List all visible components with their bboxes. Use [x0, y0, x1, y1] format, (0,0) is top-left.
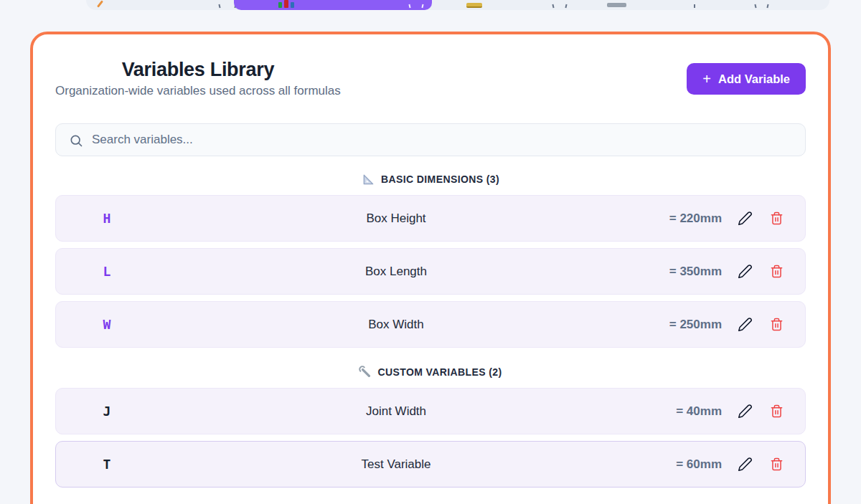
- pencil-icon: [738, 211, 753, 226]
- variable-value: = 250mm: [653, 318, 722, 332]
- add-variable-label: Add Variable: [718, 72, 790, 86]
- variable-row-w[interactable]: W Box Width = 250mm: [55, 301, 806, 348]
- variable-row-h[interactable]: H Box Height = 220mm: [55, 195, 806, 242]
- tray-icon[interactable]: [607, 3, 626, 7]
- trash-icon: [770, 211, 784, 225]
- wrench-icon: [359, 366, 372, 379]
- trash-icon: [770, 318, 784, 331]
- edit-variable-button[interactable]: [735, 401, 756, 422]
- variable-name: Box Height: [139, 211, 653, 226]
- tab-active-variables[interactable]: [234, 0, 432, 10]
- basic-dimensions-list: H Box Height = 220mm L Box Length = 350m…: [55, 195, 806, 348]
- variable-name: Box Width: [139, 318, 653, 332]
- variable-symbol: W: [75, 317, 139, 332]
- variables-library-panel: Variables Library Organization-wide vari…: [30, 32, 831, 504]
- variable-row-t[interactable]: T Test Variable = 60mm: [55, 441, 806, 488]
- section-title: BASIC DIMENSIONS (3): [381, 172, 499, 186]
- page-subtitle: Organization-wide variables used across …: [55, 84, 341, 98]
- variable-symbol: L: [75, 264, 139, 279]
- tab-bar: [86, 0, 829, 10]
- variable-name: Test Variable: [139, 457, 653, 472]
- edit-variable-button[interactable]: [735, 261, 756, 282]
- panel-header: Variables Library Organization-wide vari…: [55, 59, 806, 98]
- trash-icon: [770, 265, 784, 278]
- custom-variables-list: J Joint Width = 40mm T Test Variable = 6…: [55, 388, 806, 488]
- delete-variable-button[interactable]: [767, 315, 786, 334]
- section-header-basic-dimensions: BASIC DIMENSIONS (3): [55, 172, 806, 186]
- section-header-custom-variables: CUSTOM VARIABLES (2): [55, 365, 806, 379]
- variable-value: = 40mm: [653, 404, 722, 419]
- variable-symbol: J: [75, 404, 139, 419]
- variable-row-j[interactable]: J Joint Width = 40mm: [55, 388, 806, 434]
- delete-variable-button[interactable]: [767, 401, 786, 421]
- page-title: Variables Library: [55, 59, 341, 80]
- pencil-icon: [738, 317, 753, 332]
- variable-name: Box Length: [139, 265, 653, 279]
- title-block: Variables Library Organization-wide vari…: [55, 59, 341, 98]
- package-icon[interactable]: [466, 3, 482, 8]
- variable-symbol: H: [75, 211, 139, 226]
- variable-value: = 60mm: [653, 457, 722, 472]
- trash-icon: [770, 404, 784, 418]
- variable-value: = 350mm: [653, 265, 722, 279]
- delete-variable-button[interactable]: [767, 262, 786, 281]
- variable-row-l[interactable]: L Box Length = 350mm: [55, 248, 806, 295]
- add-variable-button[interactable]: + Add Variable: [687, 63, 806, 95]
- variable-name: Joint Width: [139, 404, 653, 419]
- edit-variable-button[interactable]: [735, 208, 756, 229]
- pencil-icon: [738, 404, 753, 419]
- edit-variable-button[interactable]: [735, 454, 756, 475]
- section-title: CUSTOM VARIABLES (2): [377, 365, 502, 379]
- search-icon: [69, 133, 83, 148]
- pencil-icon: [738, 264, 753, 279]
- pencil-icon: [97, 0, 103, 8]
- search-bar: [55, 123, 806, 156]
- set-square-icon: [362, 173, 375, 186]
- edit-variable-button[interactable]: [735, 314, 756, 335]
- trash-icon: [770, 457, 784, 471]
- plus-icon: +: [702, 72, 711, 86]
- delete-variable-button[interactable]: [767, 209, 786, 228]
- variable-value: = 220mm: [653, 211, 722, 226]
- delete-variable-button[interactable]: [767, 455, 786, 474]
- search-input[interactable]: [56, 124, 805, 156]
- variable-symbol: T: [75, 457, 139, 472]
- pencil-icon: [738, 457, 753, 472]
